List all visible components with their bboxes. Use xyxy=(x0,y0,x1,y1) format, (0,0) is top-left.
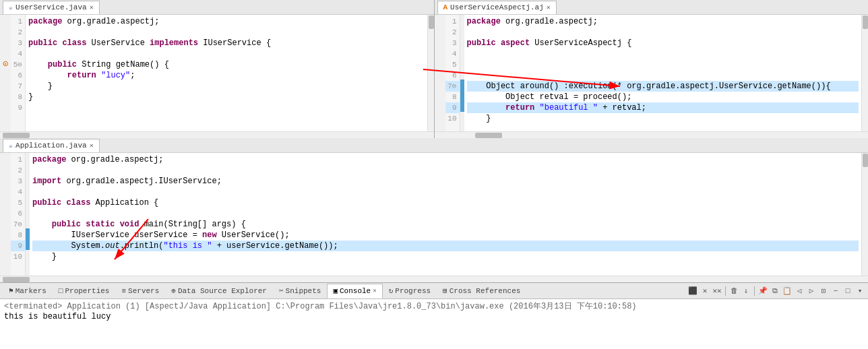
bottom-editor-tab[interactable]: ☕ Application.java ✕ xyxy=(3,139,100,152)
tab-servers-label: Servers xyxy=(128,287,159,295)
expand-btn[interactable]: ⊡ xyxy=(818,286,829,296)
copy-btn[interactable]: ⧉ xyxy=(770,286,780,296)
code-line xyxy=(28,27,425,38)
ide-container: ☕ UserService.java ✕ ⊙ xyxy=(0,0,868,349)
left-gutter-markers: ⊙ xyxy=(0,15,11,131)
tab-console-label: Console xyxy=(340,287,371,295)
bottom-code-area[interactable]: package org.gradle.aspectj; import org.g… xyxy=(30,153,861,276)
tab-data-source-label: Data Source Explorer xyxy=(178,287,267,295)
tab-progress[interactable]: ↻ Progress xyxy=(383,284,437,298)
code-line: System.out.println("this is " + userServ… xyxy=(32,241,859,251)
tab-markers[interactable]: ⚑ Markers xyxy=(3,284,53,298)
right-h-scrollbar[interactable] xyxy=(435,131,869,138)
code-line: public String getName() { xyxy=(28,59,425,70)
code-line xyxy=(28,102,425,113)
bottom-h-thumb xyxy=(3,277,30,282)
right-gutter-markers xyxy=(435,15,445,131)
left-code-area[interactable]: package org.gradle.aspectj; public class… xyxy=(26,15,427,131)
bottom-panel: ⚑ Markers □ Properties ≡ Servers ⊕ Data … xyxy=(0,283,868,349)
clear-btn[interactable]: 🗑 xyxy=(728,286,739,296)
code-line xyxy=(32,165,859,176)
stop-btn[interactable]: ⬛ xyxy=(687,286,698,296)
right-line-gutter: 1 2 3 4 5 6 7⊖ 8 9 10 xyxy=(445,15,460,131)
right-scrollbar-thumb xyxy=(863,15,868,29)
code-line: } xyxy=(28,81,425,92)
bottom-line-gutter: 1 2 3 4 5 6 7⊖ 8 9 10 xyxy=(11,153,26,276)
close-all-btn[interactable]: ✕✕ xyxy=(712,286,722,296)
code-line xyxy=(467,59,859,70)
console-terminated-line: <terminated> Application (1) [AspectJ/Ja… xyxy=(4,300,864,312)
tab-console[interactable]: ▣ Console ✕ xyxy=(327,284,382,298)
java-file-icon: ☕ xyxy=(9,3,13,11)
code-line: public static void main(String[] args) { xyxy=(32,219,859,230)
aspectj-marker-icon: ⊙ xyxy=(3,58,8,69)
bottom-scrollbar-thumb xyxy=(863,154,868,167)
tab-cross-references[interactable]: ⊞ Cross References xyxy=(437,284,526,298)
tab-properties-label: Properties xyxy=(65,287,109,295)
bottom-editor: ☕ Application.java ✕ 1 2 3 4 5 6 7⊖ xyxy=(0,138,868,283)
editor-left: ☕ UserService.java ✕ ⊙ xyxy=(0,0,435,138)
code-line xyxy=(32,208,859,219)
code-line: return "beautiful " + retval; xyxy=(467,102,859,113)
editor-right: A UserServiceAspectj.aj ✕ 1 2 3 4 xyxy=(435,0,869,138)
code-line xyxy=(28,49,425,59)
top-editors-split: ☕ UserService.java ✕ ⊙ xyxy=(0,0,868,138)
right-tab-label: UserServiceAspectj.aj xyxy=(450,3,544,11)
java-file-icon2: ☕ xyxy=(9,141,13,150)
panel-tabs-wrapper: ⚑ Markers □ Properties ≡ Servers ⊕ Data … xyxy=(0,283,868,299)
left-editor-tab[interactable]: ☕ UserService.java ✕ xyxy=(3,1,100,14)
right-v-scrollbar[interactable] xyxy=(861,15,868,131)
right-editor-tab[interactable]: A UserServiceAspectj.aj ✕ xyxy=(437,1,557,14)
tab-snippets[interactable]: ✂ Snippets xyxy=(273,284,327,298)
bottom-h-scrollbar[interactable] xyxy=(0,276,868,282)
toolbar-separator2 xyxy=(754,286,755,296)
tab-cross-ref-label: Cross References xyxy=(450,287,521,295)
left-tab-label: UserService.java xyxy=(16,3,87,11)
close-btn[interactable]: ✕ xyxy=(700,286,710,296)
panel-toolbar: ⬛ ✕ ✕✕ 🗑 ⇓ 📌 ⧉ 📋 ◁ ▷ ⊡ − □ ▾ xyxy=(687,286,865,296)
tab-snippets-label: Snippets xyxy=(286,287,321,295)
left-h-thumb xyxy=(3,133,30,138)
toolbar-separator xyxy=(725,286,726,296)
code-line: package org.gradle.aspectj; xyxy=(467,16,859,27)
code-line: } xyxy=(467,113,859,124)
bottom-gutter-markers xyxy=(0,153,11,276)
console-tab-close-icon[interactable]: ✕ xyxy=(373,287,376,294)
pin-btn[interactable]: 📌 xyxy=(757,286,768,296)
arrow-right-btn[interactable]: ▷ xyxy=(806,286,817,296)
arrow-left-btn[interactable]: ◁ xyxy=(794,286,805,296)
code-line: package org.gradle.aspectj; xyxy=(32,154,859,165)
bottom-tab-label: Application.java xyxy=(16,141,87,150)
minimize-btn[interactable]: − xyxy=(830,286,841,296)
paste-btn[interactable]: 📋 xyxy=(782,286,793,296)
tab-servers[interactable]: ≡ Servers xyxy=(115,284,165,298)
code-line xyxy=(32,187,859,197)
code-line: IUserService userService = new UserServi… xyxy=(32,230,859,241)
right-h-thumb xyxy=(475,133,502,138)
bottom-tab-close-icon[interactable]: ✕ xyxy=(90,141,94,150)
view-menu-btn[interactable]: ▾ xyxy=(855,286,865,296)
properties-icon: □ xyxy=(59,287,63,295)
left-h-scrollbar[interactable] xyxy=(0,131,434,138)
tab-properties[interactable]: □ Properties xyxy=(53,284,116,298)
code-line: public class UserService implements IUse… xyxy=(28,38,425,49)
code-line: public class Application { xyxy=(32,197,859,208)
code-line: import org.gradle.aspectj.IUserService; xyxy=(32,176,859,187)
left-v-scrollbar[interactable] xyxy=(427,15,434,131)
right-code-area[interactable]: package org.gradle.aspectj; public aspec… xyxy=(464,15,862,131)
scroll-lock-btn[interactable]: ⇓ xyxy=(741,286,751,296)
tab-progress-label: Progress xyxy=(395,287,431,295)
code-line: package org.gradle.aspectj; xyxy=(28,16,425,27)
left-tab-close-icon[interactable]: ✕ xyxy=(90,3,94,11)
bottom-v-scrollbar[interactable] xyxy=(861,153,868,276)
maximize-btn[interactable]: □ xyxy=(842,286,853,296)
code-line: } xyxy=(32,251,859,262)
right-editor-content: 1 2 3 4 5 6 7⊖ 8 9 10 xyxy=(435,15,869,138)
code-line xyxy=(467,70,859,81)
cross-ref-icon: ⊞ xyxy=(443,286,447,295)
tab-data-source-explorer[interactable]: ⊕ Data Source Explorer xyxy=(165,284,273,298)
console-output: <terminated> Application (1) [AspectJ/Ja… xyxy=(0,299,868,349)
right-tab-close-icon[interactable]: ✕ xyxy=(547,3,551,11)
tab-markers-label: Markers xyxy=(16,287,46,295)
code-line xyxy=(467,49,859,59)
